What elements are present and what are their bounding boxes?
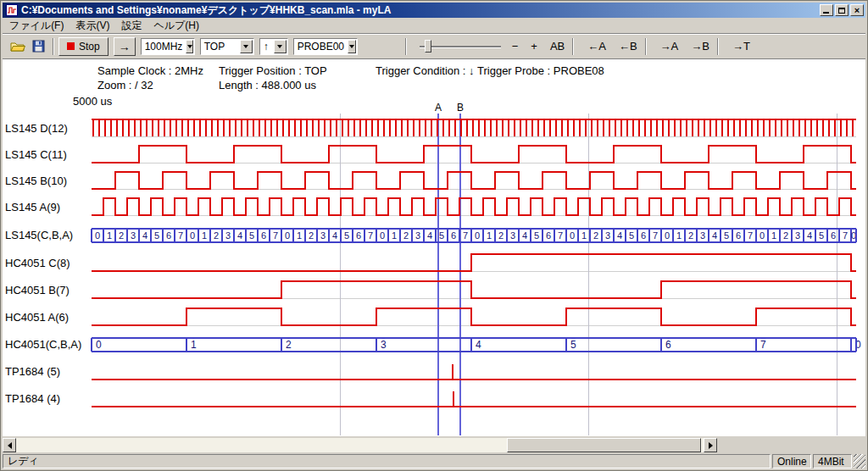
probe-value: PROBE00 xyxy=(294,41,348,53)
titlebar[interactable]: C:¥Documents and Settings¥noname¥デスクトップ¥… xyxy=(3,3,865,18)
clock-value: 100MHz xyxy=(142,41,186,53)
chevron-down-icon[interactable] xyxy=(186,40,192,53)
run-button[interactable]: → xyxy=(114,37,136,56)
zoom-info: Zoom : / 32 xyxy=(97,79,153,91)
stop-label: Stop xyxy=(79,41,100,53)
statusbar: レディ Online 4MBit xyxy=(3,454,865,468)
goto-trigger-button[interactable]: →T xyxy=(729,38,754,54)
stop-icon xyxy=(67,42,75,50)
maximize-icon xyxy=(838,8,845,14)
open-file-button[interactable] xyxy=(8,37,28,56)
zoom-slider[interactable] xyxy=(418,37,503,56)
menu-file[interactable]: ファイル(F) xyxy=(3,17,70,35)
zoom-slider-thumb[interactable] xyxy=(425,40,431,53)
length-info: Length : 488.000 us xyxy=(219,79,316,91)
scroll-right-button[interactable] xyxy=(704,438,717,452)
menu-help[interactable]: ヘルプ(H) xyxy=(147,17,205,35)
toolbar-separator xyxy=(405,38,407,55)
maximize-button[interactable] xyxy=(835,4,849,16)
zoom-in-button[interactable]: + xyxy=(527,38,541,54)
trigger-condition-info: Trigger Condition : ↓ xyxy=(376,64,475,77)
toolbar-separator xyxy=(717,38,719,55)
goto-a-left-button[interactable]: ←A xyxy=(584,38,609,54)
window-title: C:¥Documents and Settings¥noname¥デスクトップ¥… xyxy=(21,3,818,18)
minimize-button[interactable] xyxy=(820,4,833,16)
minimize-icon xyxy=(823,12,829,14)
zoom-out-button[interactable]: − xyxy=(509,38,522,54)
menu-settings[interactable]: 設定 xyxy=(115,17,147,35)
floppy-disk-icon xyxy=(32,40,45,53)
toolbar-separator xyxy=(645,38,647,55)
trigger-position-info: Trigger Position : TOP xyxy=(219,64,327,77)
resize-grip[interactable] xyxy=(854,454,865,468)
trigger-position-value: TOP xyxy=(201,41,240,53)
ab-button[interactable]: AB xyxy=(547,38,568,54)
waveform-area xyxy=(3,58,865,436)
scroll-left-button[interactable] xyxy=(3,438,16,452)
status-message: レディ xyxy=(3,454,771,468)
goto-a-right-button[interactable]: →A xyxy=(657,38,682,54)
horizontal-scrollbar xyxy=(3,436,865,454)
trigger-edge-value: ↑ xyxy=(260,41,274,53)
chevron-down-icon[interactable] xyxy=(348,40,356,53)
sample-clock-info: Sample Clock : 2MHz xyxy=(97,64,203,77)
close-button[interactable]: × xyxy=(850,4,864,16)
arrow-right-icon xyxy=(709,442,713,449)
status-online: Online xyxy=(772,454,811,468)
save-button[interactable] xyxy=(28,37,48,56)
close-icon: × xyxy=(854,6,860,14)
toolbar-separator xyxy=(572,38,574,55)
app-icon xyxy=(6,4,18,16)
clock-select[interactable]: 100MHz xyxy=(141,38,195,55)
status-memory: 4MBit xyxy=(813,454,852,468)
app-window: C:¥Documents and Settings¥noname¥デスクトップ¥… xyxy=(0,0,868,471)
trigger-probe-info: Trigger Probe : PROBE08 xyxy=(477,64,604,77)
probe-select[interactable]: PROBE00 xyxy=(293,38,358,55)
zoom-slider-track xyxy=(420,46,501,47)
menubar: ファイル(F) 表示(V) 設定 ヘルプ(H) xyxy=(3,18,865,33)
goto-b-right-button[interactable]: →B xyxy=(687,38,713,54)
toolbar-separator xyxy=(53,38,54,55)
toolbar: Stop → 100MHz TOP ↑ PROBE00 − + AB ←A ←B xyxy=(3,33,865,58)
folder-open-icon xyxy=(10,41,25,53)
timescale-label: 5000 us xyxy=(73,95,112,108)
trigger-position-select[interactable]: TOP xyxy=(200,38,254,55)
arrow-left-icon xyxy=(8,442,12,449)
chevron-down-icon[interactable] xyxy=(274,40,287,53)
chevron-down-icon[interactable] xyxy=(240,40,253,53)
trigger-edge-select[interactable]: ↑ xyxy=(259,38,288,55)
stop-button[interactable]: Stop xyxy=(58,37,108,56)
menu-view[interactable]: 表示(V) xyxy=(70,17,115,35)
goto-b-left-button[interactable]: ←B xyxy=(615,38,641,54)
scrollbar-thumb[interactable] xyxy=(507,438,701,452)
